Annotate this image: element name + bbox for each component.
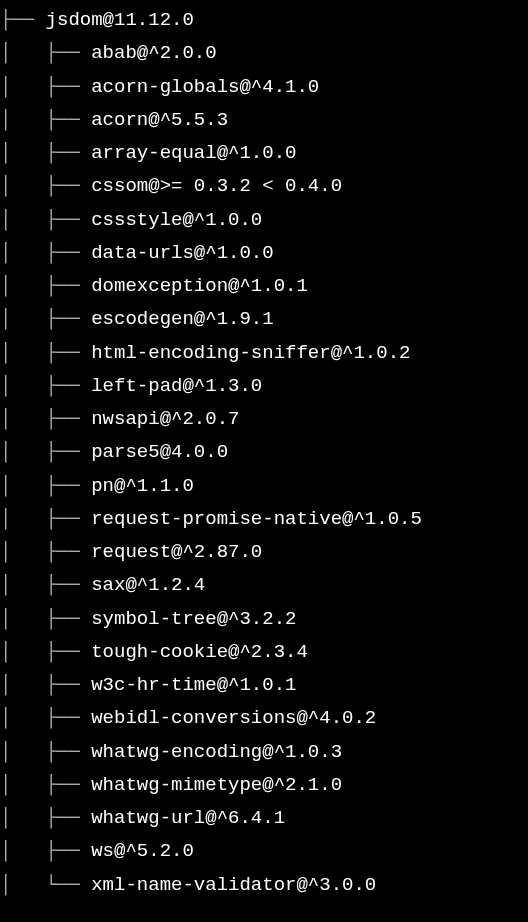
package-label: symbol-tree@^3.2.2 xyxy=(91,608,296,630)
package-label: webidl-conversions@^4.0.2 xyxy=(91,707,376,729)
tree-branch: │ ├── xyxy=(0,541,91,563)
package-label: ws@^5.2.0 xyxy=(91,840,194,862)
tree-child: │ ├── domexception@^1.0.1 xyxy=(0,270,528,303)
tree-branch: │ ├── xyxy=(0,674,91,696)
package-label: request-promise-native@^1.0.5 xyxy=(91,508,422,530)
tree-branch: │ ├── xyxy=(0,707,91,729)
tree-branch: │ ├── xyxy=(0,342,91,364)
package-label: acorn@^5.5.3 xyxy=(91,109,228,131)
tree-branch: │ ├── xyxy=(0,375,91,397)
tree-branch: │ ├── xyxy=(0,42,91,64)
tree-child: │ ├── nwsapi@^2.0.7 xyxy=(0,403,528,436)
package-label: whatwg-url@^6.4.1 xyxy=(91,807,285,829)
tree-branch: │ ├── xyxy=(0,774,91,796)
tree-child: │ ├── html-encoding-sniffer@^1.0.2 xyxy=(0,337,528,370)
tree-child: │ ├── ws@^5.2.0 xyxy=(0,835,528,868)
tree-child: │ ├── sax@^1.2.4 xyxy=(0,569,528,602)
package-label: left-pad@^1.3.0 xyxy=(91,375,262,397)
package-label: parse5@4.0.0 xyxy=(91,441,228,463)
tree-branch: │ ├── xyxy=(0,608,91,630)
package-label: nwsapi@^2.0.7 xyxy=(91,408,239,430)
tree-child: │ ├── acorn-globals@^4.1.0 xyxy=(0,71,528,104)
package-label: domexception@^1.0.1 xyxy=(91,275,308,297)
tree-branch: │ ├── xyxy=(0,574,91,596)
package-label: whatwg-encoding@^1.0.3 xyxy=(91,741,342,763)
package-label: escodegen@^1.9.1 xyxy=(91,308,273,330)
tree-child: │ ├── tough-cookie@^2.3.4 xyxy=(0,636,528,669)
tree-branch: ├── xyxy=(0,9,46,31)
package-label: abab@^2.0.0 xyxy=(91,42,216,64)
tree-child: │ ├── webidl-conversions@^4.0.2 xyxy=(0,702,528,735)
tree-child: │ ├── array-equal@^1.0.0 xyxy=(0,137,528,170)
package-label: cssom@>= 0.3.2 < 0.4.0 xyxy=(91,175,342,197)
tree-child: │ ├── symbol-tree@^3.2.2 xyxy=(0,603,528,636)
tree-branch: │ ├── xyxy=(0,441,91,463)
tree-branch: │ ├── xyxy=(0,741,91,763)
tree-child: │ ├── abab@^2.0.0 xyxy=(0,37,528,70)
tree-child: │ ├── whatwg-encoding@^1.0.3 xyxy=(0,736,528,769)
tree-branch: │ ├── xyxy=(0,275,91,297)
package-label: html-encoding-sniffer@^1.0.2 xyxy=(91,342,410,364)
package-label: request@^2.87.0 xyxy=(91,541,262,563)
package-label: cssstyle@^1.0.0 xyxy=(91,209,262,231)
tree-branch: │ └── xyxy=(0,874,91,896)
tree-child: │ ├── cssom@>= 0.3.2 < 0.4.0 xyxy=(0,170,528,203)
tree-branch: │ ├── xyxy=(0,807,91,829)
package-label: data-urls@^1.0.0 xyxy=(91,242,273,264)
tree-child: │ ├── escodegen@^1.9.1 xyxy=(0,303,528,336)
package-label: jsdom@11.12.0 xyxy=(46,9,194,31)
tree-child: │ ├── cssstyle@^1.0.0 xyxy=(0,204,528,237)
tree-child: │ └── xml-name-validator@^3.0.0 xyxy=(0,869,528,902)
tree-child: │ ├── pn@^1.1.0 xyxy=(0,470,528,503)
tree-child: │ ├── parse5@4.0.0 xyxy=(0,436,528,469)
tree-branch: │ ├── xyxy=(0,209,91,231)
tree-branch: │ ├── xyxy=(0,76,91,98)
tree-child: │ ├── left-pad@^1.3.0 xyxy=(0,370,528,403)
tree-branch: │ ├── xyxy=(0,641,91,663)
tree-child: │ ├── w3c-hr-time@^1.0.1 xyxy=(0,669,528,702)
package-label: w3c-hr-time@^1.0.1 xyxy=(91,674,296,696)
tree-branch: │ ├── xyxy=(0,242,91,264)
package-label: pn@^1.1.0 xyxy=(91,475,194,497)
tree-branch: │ ├── xyxy=(0,142,91,164)
tree-branch: │ ├── xyxy=(0,475,91,497)
tree-child: │ ├── data-urls@^1.0.0 xyxy=(0,237,528,270)
tree-root: ├── jsdom@11.12.0 xyxy=(0,4,528,37)
tree-branch: │ ├── xyxy=(0,840,91,862)
package-label: whatwg-mimetype@^2.1.0 xyxy=(91,774,342,796)
package-label: acorn-globals@^4.1.0 xyxy=(91,76,319,98)
package-label: sax@^1.2.4 xyxy=(91,574,205,596)
tree-child: │ ├── request-promise-native@^1.0.5 xyxy=(0,503,528,536)
tree-branch: │ ├── xyxy=(0,175,91,197)
tree-branch: │ ├── xyxy=(0,109,91,131)
package-label: array-equal@^1.0.0 xyxy=(91,142,296,164)
tree-child: │ ├── acorn@^5.5.3 xyxy=(0,104,528,137)
package-label: xml-name-validator@^3.0.0 xyxy=(91,874,376,896)
tree-child: │ ├── whatwg-url@^6.4.1 xyxy=(0,802,528,835)
package-label: tough-cookie@^2.3.4 xyxy=(91,641,308,663)
tree-child: │ ├── request@^2.87.0 xyxy=(0,536,528,569)
tree-branch: │ ├── xyxy=(0,408,91,430)
tree-child: │ ├── whatwg-mimetype@^2.1.0 xyxy=(0,769,528,802)
tree-branch: │ ├── xyxy=(0,308,91,330)
dependency-tree: ├── jsdom@11.12.0│ ├── abab@^2.0.0│ ├── … xyxy=(0,0,528,902)
tree-branch: │ ├── xyxy=(0,508,91,530)
